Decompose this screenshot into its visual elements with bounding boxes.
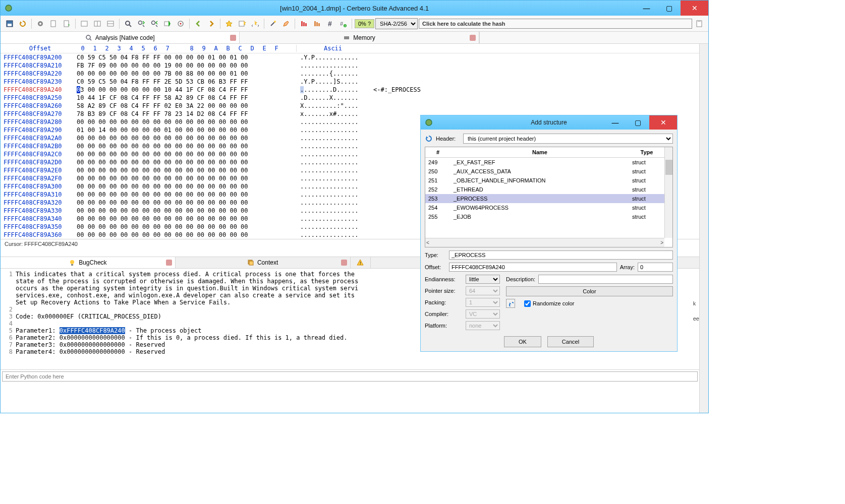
- vertical-scrollbar[interactable]: [699, 44, 708, 413]
- refresh-icon[interactable]: [506, 299, 515, 308]
- svg-rect-38: [71, 264, 73, 266]
- panel3-icon[interactable]: [104, 18, 117, 30]
- tab-bugcheck[interactable]: BugCheck: [1, 257, 176, 268]
- svg-text:+: +: [68, 23, 70, 28]
- svg-point-4: [39, 23, 41, 25]
- close-button[interactable]: ✕: [649, 115, 677, 130]
- memory-icon: [343, 34, 350, 41]
- svg-point-22: [274, 21, 276, 23]
- type-label: Type:: [425, 252, 446, 258]
- struct-row[interactable]: 254_EWOW64PROCESSstruct: [425, 203, 664, 212]
- hash-add-icon[interactable]: #+: [337, 18, 349, 30]
- packing-select: 1: [466, 298, 500, 307]
- hex-row[interactable]: FFFFC408CF89A200C0 59 C5 50 04 F8 FF FF …: [1, 53, 699, 61]
- doc-plus-icon[interactable]: +: [61, 18, 73, 30]
- hex-row[interactable]: FFFFC408CF89A25010 44 1F CF 08 C4 FF FF …: [1, 94, 699, 102]
- struct-row[interactable]: 255_EJOBstruct: [425, 212, 664, 221]
- randomize-checkbox[interactable]: Randomize color: [524, 300, 575, 307]
- svg-text:#: #: [340, 21, 344, 27]
- maximize-button[interactable]: ▢: [627, 115, 649, 130]
- hex-row[interactable]: FFFFC408CF89A22000 00 00 00 00 00 00 00 …: [1, 70, 699, 78]
- color-button[interactable]: Color: [506, 286, 673, 296]
- header-select[interactable]: this (current project header): [463, 134, 673, 144]
- hash-field[interactable]: Click here to calculate the hash: [419, 19, 692, 29]
- packing-label: Packing:: [425, 299, 463, 305]
- svg-point-13: [126, 21, 130, 25]
- hash-algo-select[interactable]: SHA-2/256: [375, 18, 418, 29]
- search-prev-icon[interactable]: [148, 18, 160, 30]
- hash-icon[interactable]: #: [324, 18, 336, 30]
- bars2-icon[interactable]: [311, 18, 323, 30]
- hex-row[interactable]: FFFFC408CF89A230C0 59 C5 50 04 F8 FF FF …: [1, 78, 699, 86]
- stack-icon: [247, 259, 254, 266]
- svg-point-34: [86, 35, 90, 39]
- forward-icon[interactable]: [205, 18, 217, 30]
- python-input[interactable]: [2, 371, 698, 382]
- offset-input[interactable]: [449, 263, 617, 272]
- doc-icon[interactable]: [47, 18, 60, 30]
- panel1-icon[interactable]: [78, 18, 90, 30]
- endian-label: Endianness:: [425, 276, 463, 282]
- svg-line-35: [90, 39, 91, 40]
- tab-close-icon[interactable]: [230, 35, 236, 41]
- search-icon[interactable]: [122, 18, 134, 30]
- clipboard-icon[interactable]: [693, 18, 705, 30]
- app-icon: [425, 118, 433, 127]
- svg-point-16: [152, 21, 155, 24]
- close-button[interactable]: ✕: [681, 1, 708, 16]
- tab-context[interactable]: Context: [176, 257, 351, 268]
- bookmark-icon[interactable]: [223, 18, 235, 30]
- array-input[interactable]: [638, 263, 673, 272]
- goto-icon[interactable]: [161, 18, 174, 30]
- tab-close-icon[interactable]: [341, 260, 347, 266]
- desc-input[interactable]: [538, 275, 673, 284]
- bookmark-list-icon[interactable]: [236, 18, 248, 30]
- refresh-icon[interactable]: [17, 18, 29, 30]
- struct-row[interactable]: 253_EPROCESSstruct: [425, 194, 664, 203]
- bookmark-nav-icon[interactable]: [249, 18, 261, 30]
- save-icon[interactable]: [4, 18, 16, 30]
- gear-icon[interactable]: [34, 18, 46, 30]
- target-icon[interactable]: [175, 18, 187, 30]
- hex-row[interactable]: FFFFC408CF89A26058 A2 89 CF 08 C4 FF FF …: [1, 102, 699, 110]
- svg-rect-2: [8, 24, 12, 26]
- cancel-button[interactable]: Cancel: [547, 336, 594, 347]
- hex-row[interactable]: FFFFC408CF89A24003 00 00 00 00 00 00 00 …: [1, 86, 699, 94]
- refresh-icon[interactable]: [425, 135, 433, 143]
- minimize-button[interactable]: —: [604, 115, 627, 130]
- wand-icon[interactable]: [267, 18, 279, 30]
- bars1-icon[interactable]: [298, 18, 310, 30]
- struct-row[interactable]: 249_EX_FAST_REFstruct: [425, 158, 664, 167]
- svg-point-0: [6, 5, 12, 11]
- hex-row[interactable]: FFFFC408CF89A210FB 7F 09 00 00 00 00 00 …: [1, 61, 699, 70]
- pencil-icon[interactable]: [280, 18, 292, 30]
- struct-row[interactable]: 251_OBJECT_HANDLE_INFORMATIONstruct: [425, 176, 664, 185]
- struct-row[interactable]: 250_AUX_ACCESS_DATAstruct: [425, 167, 664, 176]
- tab-close-icon[interactable]: [470, 35, 476, 41]
- list-hscrollbar[interactable]: <>: [425, 238, 664, 247]
- maximize-button[interactable]: ▢: [658, 1, 681, 16]
- percent-indicator[interactable]: 0% ?: [355, 19, 374, 28]
- desc-label: Description:: [506, 276, 535, 282]
- panel2-icon[interactable]: [91, 18, 103, 30]
- bulb-icon: [69, 259, 76, 266]
- tab-memory[interactable]: Memory: [240, 32, 479, 43]
- endian-select[interactable]: little: [466, 275, 500, 284]
- tab-warning[interactable]: !: [351, 257, 371, 268]
- struct-list[interactable]: # Name Type 249_EX_FAST_REFstruct250_AUX…: [425, 147, 673, 247]
- ok-button[interactable]: OK: [504, 336, 541, 347]
- tab-close-icon[interactable]: [166, 260, 172, 266]
- svg-rect-5: [51, 21, 55, 27]
- search-next-icon[interactable]: [135, 18, 147, 30]
- minimize-button[interactable]: —: [635, 1, 658, 16]
- main-titlebar[interactable]: [win10_2004_1.dmp] - Cerbero Suite Advan…: [1, 1, 708, 16]
- tab-analysis[interactable]: Analysis [Native code]: [1, 32, 240, 43]
- tab-label: Analysis [Native code]: [95, 34, 155, 41]
- dialog-titlebar[interactable]: Add structure — ▢ ✕: [421, 115, 677, 130]
- back-icon[interactable]: [192, 18, 204, 30]
- type-input[interactable]: [449, 250, 673, 260]
- platform-label: Platform:: [425, 323, 463, 329]
- list-scrollbar[interactable]: [664, 147, 672, 238]
- struct-row[interactable]: 252_ETHREADstruct: [425, 185, 664, 194]
- svg-line-14: [129, 25, 131, 27]
